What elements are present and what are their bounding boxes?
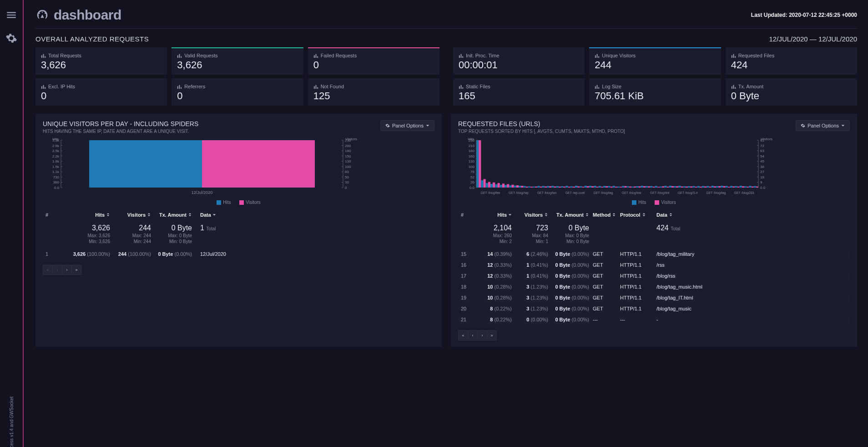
svg-rect-158 xyxy=(639,186,641,188)
svg-text:26: 26 xyxy=(470,180,474,184)
aggr-hits: 2,104 xyxy=(494,224,512,232)
chart-icon xyxy=(595,84,600,89)
sort-icon xyxy=(106,213,110,217)
bar-chart: 0.02652781001301601802102300.09182736455… xyxy=(458,137,777,197)
svg-rect-113 xyxy=(533,187,535,188)
col-hits[interactable]: Hits xyxy=(59,212,114,218)
panel-options-button[interactable]: Panel Options xyxy=(380,120,434,131)
svg-text:18: 18 xyxy=(760,175,764,179)
stat-label: Log Size xyxy=(595,84,715,89)
svg-rect-200 xyxy=(737,187,740,188)
col-protocol[interactable]: Protocol xyxy=(620,212,652,218)
stat-card: Tx. Amount 0 Byte xyxy=(726,78,857,106)
svg-rect-165 xyxy=(655,186,657,188)
svg-rect-174 xyxy=(676,186,678,188)
stat-value: 00:00:01 xyxy=(459,59,579,71)
aggr-total: 424 Total xyxy=(656,224,680,232)
panel-requested-files: REQUESTED FILES (URLS) TOP REQUESTS SORT… xyxy=(451,114,857,347)
svg-rect-125 xyxy=(561,186,563,188)
stat-label: Requested Files xyxy=(731,53,852,58)
app-title-text: dashboard xyxy=(54,7,121,23)
col-data[interactable]: Data xyxy=(652,212,847,218)
col-hits[interactable]: Hits xyxy=(474,212,515,218)
svg-rect-132 xyxy=(577,187,580,188)
col-tx[interactable]: Tx. Amount xyxy=(552,212,593,218)
page-first[interactable]: « xyxy=(458,330,468,340)
page-first[interactable]: « xyxy=(43,265,53,275)
page-last[interactable]: » xyxy=(487,330,497,340)
svg-text:Visitors: Visitors xyxy=(761,137,772,141)
svg-rect-112 xyxy=(530,187,533,188)
col-method[interactable]: Method xyxy=(593,212,620,218)
svg-text:30: 30 xyxy=(345,180,349,184)
app-title: dashboard xyxy=(35,7,121,23)
pagination: « ‹ › » xyxy=(43,265,434,275)
chart-icon xyxy=(313,84,318,89)
menu-icon[interactable] xyxy=(5,9,17,21)
svg-rect-156 xyxy=(634,187,636,188)
aggr-visitors: 244 xyxy=(139,224,151,232)
col-tx[interactable]: Tx. Amount xyxy=(155,212,196,218)
col-idx[interactable]: # xyxy=(461,212,474,218)
sort-icon xyxy=(188,213,192,217)
svg-rect-148 xyxy=(615,187,617,188)
svg-rect-198 xyxy=(732,187,735,188)
page-prev[interactable]: ‹ xyxy=(52,265,62,275)
page-next[interactable]: › xyxy=(62,265,72,275)
panel1-subtitle: HITS HAVING THE SAME IP, DATE AND AGENT … xyxy=(43,129,198,134)
stat-value: 0 Byte xyxy=(731,90,852,102)
svg-rect-163 xyxy=(650,186,652,188)
stat-label: Total Requests xyxy=(41,53,161,58)
page-prev[interactable]: ‹ xyxy=(468,330,478,340)
svg-rect-207 xyxy=(754,186,756,188)
stats-row-2: Excl. IP Hits 0 Referrers 0 Not Found 12… xyxy=(35,78,857,106)
page-next[interactable]: › xyxy=(477,330,487,340)
table-row: 19 10 (0.28%) 3 (1.23%) 0 Byte (0.00%) G… xyxy=(458,292,850,303)
svg-rect-164 xyxy=(653,187,655,188)
svg-rect-138 xyxy=(591,186,594,188)
sort-icon xyxy=(147,213,151,217)
svg-text:200: 200 xyxy=(345,144,351,148)
gear-icon xyxy=(801,123,805,128)
col-visitors[interactable]: Visitors xyxy=(515,212,552,218)
svg-rect-199 xyxy=(735,186,737,188)
svg-rect-161 xyxy=(646,186,648,188)
svg-rect-170 xyxy=(667,187,669,188)
svg-rect-90 xyxy=(479,140,481,188)
col-idx[interactable]: # xyxy=(45,212,59,218)
svg-rect-122 xyxy=(554,187,556,188)
chart-icon xyxy=(177,84,182,89)
panel-options-button[interactable]: Panel Options xyxy=(796,120,850,131)
svg-rect-102 xyxy=(507,184,509,188)
page-last[interactable]: » xyxy=(71,265,81,275)
svg-rect-160 xyxy=(643,186,646,188)
svg-text:12/Jul/2020: 12/Jul/2020 xyxy=(192,190,213,195)
chevron-down-icon xyxy=(508,213,512,217)
svg-text:78: 78 xyxy=(470,170,474,174)
chart-icon xyxy=(41,84,46,89)
table-row: 17 12 (0.33%) 1 (0.41%) 0 Byte (0.00%) G… xyxy=(458,270,850,281)
svg-rect-162 xyxy=(648,186,650,188)
col-visitors[interactable]: Visitors xyxy=(114,212,155,218)
svg-text:130: 130 xyxy=(345,159,351,163)
panel-unique-visitors: UNIQUE VISITORS PER DAY - INCLUDING SPID… xyxy=(35,114,442,347)
svg-rect-92 xyxy=(484,179,486,188)
svg-rect-144 xyxy=(606,186,608,188)
svg-text:GET /blog/tag: GET /blog/tag xyxy=(706,191,726,195)
col-data[interactable]: Data xyxy=(196,212,432,218)
svg-rect-137 xyxy=(589,186,591,188)
svg-rect-119 xyxy=(547,186,549,188)
svg-rect-133 xyxy=(580,186,582,188)
svg-rect-120 xyxy=(549,186,551,188)
gear-icon[interactable] xyxy=(5,32,17,44)
table-row: 16 12 (0.33%) 1 (0.41%) 0 Byte (0.00%) G… xyxy=(458,259,850,270)
svg-rect-136 xyxy=(587,186,589,188)
bar-chart: 0.03607301.1k1.5k1.8k2.2k2.5k2.9k3.3k030… xyxy=(43,137,361,197)
table-row: 15 14 (0.39%) 6 (2.46%) 0 Byte (0.00%) G… xyxy=(458,249,850,259)
svg-rect-97 xyxy=(495,184,497,188)
svg-rect-186 xyxy=(704,187,707,188)
svg-rect-91 xyxy=(481,180,483,188)
svg-rect-179 xyxy=(688,186,690,188)
stat-value: 0 xyxy=(41,90,161,102)
svg-rect-42 xyxy=(89,140,202,188)
